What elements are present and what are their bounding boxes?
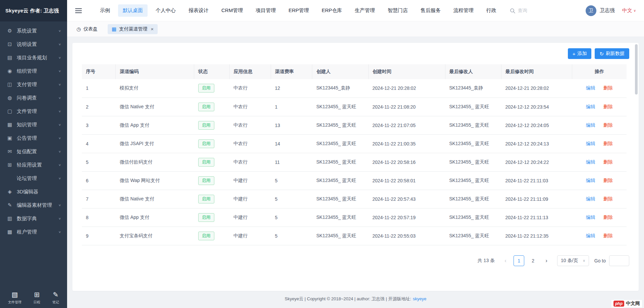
edit-link[interactable]: 编辑 (586, 141, 595, 146)
table-toolbar: + 添加 ↻ 刷新数据 (82, 48, 629, 59)
table-cell: SK123455_ 蓝天旺 (445, 98, 501, 116)
chevron-down-icon: ∨ (58, 177, 61, 180)
nav-item-project[interactable]: 项目管理 (251, 4, 280, 17)
sidebar-bottom-notes[interactable]: ✎笔记 (52, 291, 59, 305)
table-row: 3微信 App 支付启用中农行13SK123455_ 蓝天旺2024-11-22… (82, 116, 627, 134)
nav-item-example[interactable]: 示例 (95, 4, 115, 17)
sidebar-item-sms-config[interactable]: ✉短信配置∨ (0, 145, 67, 158)
chevron-down-icon: ∨ (58, 43, 61, 46)
sidebar-item-forum[interactable]: 论坛管理∨ (0, 172, 67, 185)
nav-item-default-desktop[interactable]: 默认桌面 (118, 4, 148, 17)
table-cell: 2024-11-22 21:00:35 (368, 134, 445, 153)
edit-link[interactable]: 编辑 (586, 122, 595, 128)
delete-link[interactable]: 删除 (603, 196, 613, 201)
sidebar-item-announcement[interactable]: ▣公告管理∨ (0, 131, 67, 145)
goto-page-input[interactable] (609, 255, 629, 266)
table-cell: 1 (82, 79, 116, 98)
edit-link[interactable]: 编辑 (586, 85, 595, 90)
sidebar-item-project-planning[interactable]: ▤项目业务规划∨ (0, 51, 67, 64)
sidebar-item-tenant[interactable]: ▩租户管理∨ (0, 225, 67, 239)
language-switcher[interactable]: 中文 ∨ (622, 7, 636, 14)
nav-item-smart-store[interactable]: 智慧门店 (383, 4, 413, 17)
nav-item-production[interactable]: 生产管理 (350, 4, 380, 17)
gear-icon: ⚙ (6, 28, 13, 34)
status-cell: 启用 (194, 171, 230, 190)
sidebar-item-organization[interactable]: ◉组织管理∨ (0, 64, 67, 78)
tab-payment-channels[interactable]: ▦支付渠道管理× (108, 24, 158, 34)
table-cell: SK123455_ 蓝天旺 (445, 227, 501, 245)
sidebar-bottom-label: 笔记 (52, 300, 59, 305)
sidebar-bottom-files[interactable]: ▧文件管理 (8, 291, 21, 305)
delete-link[interactable]: 删除 (603, 233, 613, 238)
edit-link[interactable]: 编辑 (586, 159, 595, 165)
sidebar-item-3d-editor[interactable]: ◈3D编辑器 (0, 185, 67, 198)
edit-link[interactable]: 编辑 (586, 178, 595, 183)
delete-link[interactable]: 删除 (603, 159, 613, 165)
menu-toggle-icon[interactable] (75, 8, 82, 13)
nav-item-administration[interactable]: 行政 (482, 4, 501, 17)
table-row: 7微信 Native 支付启用中建行5SK123455_ 蓝天旺2024-11-… (82, 190, 627, 208)
nav-item-personal-center[interactable]: 个人中心 (151, 4, 180, 17)
sidebar-item-editor-material[interactable]: ✎编辑器素材管理∨ (0, 198, 67, 212)
nav-item-erp[interactable]: ERP管理 (284, 4, 314, 17)
sidebar-item-description-settings[interactable]: ⊡说明设置∨ (0, 38, 67, 51)
sidebar-item-survey[interactable]: ◍问卷调查∨ (0, 91, 67, 105)
refresh-button[interactable]: ↻ 刷新数据 (595, 48, 629, 59)
page-button-1[interactable]: 1 (514, 255, 524, 266)
sidebar-item-system-settings[interactable]: ⚙系统设置∨ (0, 24, 67, 38)
avatar[interactable]: 卫 (586, 5, 596, 16)
delete-link[interactable]: 删除 (603, 214, 613, 220)
sidebar-item-file-management[interactable]: ▢文件管理∨ (0, 105, 67, 118)
search-box[interactable]: 查询 (510, 8, 527, 14)
close-icon[interactable]: × (151, 26, 154, 32)
table-cell: 11 (271, 153, 312, 171)
actions-cell: 编辑删除 (572, 171, 627, 190)
sidebar-item-data-dictionary[interactable]: ▥数据字典∨ (0, 212, 67, 225)
chevron-down-icon: ∨ (58, 150, 61, 153)
refresh-button-label: 刷新数据 (606, 51, 625, 57)
nav-item-workflow[interactable]: 流程管理 (449, 4, 478, 17)
delete-link[interactable]: 删除 (603, 122, 613, 128)
page-button-2[interactable]: 2 (528, 255, 538, 266)
notice-icon: ▣ (6, 135, 13, 141)
edit-link[interactable]: 编辑 (586, 196, 595, 201)
table-header-row: 序号渠道编码状态应用信息渠道费率创建人创建时间最后修改人最后修改时间操作 (82, 64, 627, 79)
pencil-icon: ✎ (6, 202, 13, 208)
table-row: 9支付宝条码支付启用中建行5SK123455_ 蓝天旺2024-11-22 20… (82, 227, 627, 245)
user-name[interactable]: 卫志强 (600, 7, 615, 14)
nav-item-crm[interactable]: CRM管理 (217, 4, 248, 17)
edit-link[interactable]: 编辑 (586, 233, 595, 238)
edit-link[interactable]: 编辑 (586, 104, 595, 109)
sidebar-item-light-app-settings[interactable]: ⊞轻应用设置∨ (0, 158, 67, 172)
delete-link[interactable]: 删除 (603, 178, 613, 183)
file-icon: ▢ (6, 108, 13, 114)
edit-link[interactable]: 编辑 (586, 214, 595, 220)
language-label: 中文 (622, 7, 632, 14)
add-button[interactable]: + 添加 (568, 48, 592, 59)
delete-link[interactable]: 删除 (603, 141, 613, 146)
sidebar-item-knowledge[interactable]: ▦知识管理∨ (0, 118, 67, 131)
scrollbar[interactable] (635, 44, 638, 290)
sidebar-item-payment[interactable]: ◫支付管理∨ (0, 78, 67, 91)
table-cell: SK123455_ 蓝天旺 (445, 190, 501, 208)
nav-item-erp-warehouse[interactable]: ERP仓库 (317, 4, 347, 17)
nav-item-report-design[interactable]: 报表设计 (184, 4, 213, 17)
page-size-select[interactable]: 10 条/页∨ (557, 255, 589, 266)
tab-dashboard[interactable]: ◷仪表盘 (72, 24, 102, 34)
scrollbar-thumb[interactable] (635, 44, 638, 95)
sidebar-bottom-calendar[interactable]: ⊞日程 (34, 291, 40, 305)
sidebar-bottom-toolbar: ▧文件管理⊞日程✎笔记 (0, 287, 67, 308)
delete-link[interactable]: 删除 (603, 104, 613, 109)
plus-icon: + (573, 51, 576, 56)
site-watermark: php 中文网 (611, 300, 642, 307)
nav-item-after-sales[interactable]: 售后服务 (416, 4, 445, 17)
table-cell: 模拟支付 (116, 79, 194, 98)
table-cell: SK123455_ 蓝天旺 (445, 171, 501, 190)
table-cell: 中农行 (229, 79, 271, 98)
prev-page-button[interactable]: ‹ (501, 255, 510, 266)
next-page-button[interactable]: › (542, 255, 551, 266)
chevron-down-icon: ∨ (58, 230, 61, 234)
delete-link[interactable]: 删除 (603, 85, 613, 90)
footer-link[interactable]: skyeye (413, 296, 426, 301)
chevron-down-icon: ∨ (634, 9, 636, 12)
